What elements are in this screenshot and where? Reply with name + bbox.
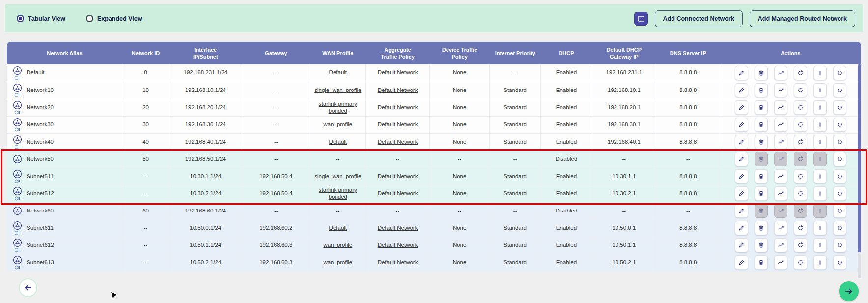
power-action-button[interactable] [833, 100, 846, 115]
cell-wan-profile[interactable]: Default [310, 219, 365, 237]
wan-profile-link[interactable]: Default [329, 69, 347, 75]
expanded-view-radio[interactable]: Expanded View [86, 15, 142, 22]
aggregate-policy-link[interactable]: Default Network [378, 87, 418, 93]
cell-aggregate-traffic-policy[interactable]: Default Network [365, 185, 429, 202]
aggregate-policy-link[interactable]: Default Network [378, 190, 418, 196]
radio-selected-icon[interactable] [17, 15, 24, 22]
stats-action-button[interactable] [774, 169, 787, 183]
aggregate-policy-link[interactable]: Default Network [378, 104, 418, 110]
delete-action-button[interactable] [755, 66, 768, 80]
delete-action-button[interactable] [755, 255, 768, 270]
cell-aggregate-traffic-policy[interactable]: Default Network [365, 82, 429, 99]
wan-profile-link[interactable]: starlink primary bonded [319, 101, 357, 114]
aggregate-policy-link[interactable]: Default Network [378, 242, 418, 248]
next-page-button[interactable] [839, 281, 859, 301]
power-action-button[interactable] [833, 186, 846, 201]
wan-profile-link[interactable]: single_wan_profile [314, 173, 361, 179]
cell-aggregate-traffic-policy[interactable]: Default Network [365, 64, 429, 82]
pause-action-button[interactable] [813, 83, 827, 97]
pause-action-button[interactable] [813, 100, 827, 115]
aggregate-policy-link[interactable]: Default Network [378, 173, 418, 179]
cell-wan-profile[interactable]: wan_profile [310, 237, 365, 254]
reset-action-button[interactable] [794, 169, 807, 183]
reset-action-button[interactable] [794, 238, 807, 252]
power-action-button[interactable] [833, 204, 846, 218]
table-scrollbar[interactable] [858, 64, 861, 278]
edit-action-button[interactable] [735, 255, 748, 270]
cell-aggregate-traffic-policy[interactable]: Default Network [365, 133, 429, 151]
stats-action-button[interactable] [774, 135, 787, 149]
cell-aggregate-traffic-policy[interactable]: Default Network [365, 116, 429, 133]
scrollbar-thumb[interactable] [858, 64, 861, 252]
previous-page-button[interactable] [19, 278, 37, 297]
stats-action-button[interactable] [774, 238, 787, 252]
edit-action-button[interactable] [735, 66, 748, 80]
power-action-button[interactable] [833, 152, 846, 166]
cell-aggregate-traffic-policy[interactable]: Default Network [365, 237, 429, 254]
delete-action-button[interactable] [755, 238, 768, 252]
wan-profile-link[interactable]: Default [329, 139, 347, 145]
tabular-view-radio[interactable]: Tabular View [17, 15, 65, 22]
power-action-button[interactable] [833, 135, 846, 149]
cell-wan-profile[interactable]: wan_profile [310, 116, 365, 133]
edit-action-button[interactable] [735, 118, 748, 132]
delete-action-button[interactable] [755, 83, 768, 97]
edit-action-button[interactable] [735, 204, 748, 218]
edit-action-button[interactable] [735, 169, 748, 183]
power-action-button[interactable] [833, 118, 846, 132]
reset-action-button[interactable] [794, 135, 807, 149]
stats-action-button[interactable] [774, 100, 787, 115]
pause-action-button[interactable] [813, 169, 827, 183]
edit-action-button[interactable] [735, 238, 748, 252]
cell-wan-profile[interactable]: starlink primary bonded [310, 99, 365, 116]
stats-action-button[interactable] [774, 66, 787, 80]
reset-action-button[interactable] [794, 255, 807, 270]
pause-action-button[interactable] [813, 66, 827, 80]
wan-profile-link[interactable]: wan_profile [323, 121, 352, 127]
cell-aggregate-traffic-policy[interactable]: Default Network [365, 254, 429, 271]
wan-profile-link[interactable]: starlink primary bonded [319, 187, 357, 200]
aggregate-policy-link[interactable]: Default Network [378, 139, 418, 145]
reset-action-button[interactable] [794, 100, 807, 115]
add-connected-network-button[interactable]: Add Connected Network [655, 10, 743, 27]
cell-wan-profile[interactable]: single_wan_profile [310, 82, 365, 99]
power-action-button[interactable] [833, 255, 846, 270]
power-action-button[interactable] [833, 66, 846, 80]
edit-action-button[interactable] [735, 221, 748, 235]
wan-profile-link[interactable]: single_wan_profile [314, 87, 361, 93]
delete-action-button[interactable] [755, 169, 768, 183]
reset-action-button[interactable] [794, 83, 807, 97]
delete-action-button[interactable] [755, 118, 768, 132]
edit-action-button[interactable] [735, 100, 748, 115]
radio-unselected-icon[interactable] [86, 15, 93, 22]
reset-action-button[interactable] [794, 66, 807, 80]
power-action-button[interactable] [833, 169, 846, 183]
edit-action-button[interactable] [735, 152, 748, 166]
cell-aggregate-traffic-policy[interactable]: Default Network [365, 219, 429, 237]
cell-wan-profile[interactable]: Default [310, 133, 365, 151]
wan-profile-link[interactable]: wan_profile [323, 242, 352, 248]
aggregate-policy-link[interactable]: Default Network [378, 225, 418, 231]
cell-aggregate-traffic-policy[interactable]: Default Network [365, 99, 429, 116]
pause-action-button[interactable] [813, 255, 827, 270]
stats-action-button[interactable] [774, 255, 787, 270]
delete-action-button[interactable] [755, 221, 768, 235]
edit-action-button[interactable] [735, 186, 748, 201]
power-action-button[interactable] [833, 238, 846, 252]
reset-action-button[interactable] [794, 118, 807, 132]
aggregate-policy-link[interactable]: Default Network [378, 69, 418, 75]
reset-action-button[interactable] [794, 186, 807, 201]
stats-action-button[interactable] [774, 221, 787, 235]
edit-action-button[interactable] [735, 135, 748, 149]
wan-profile-link[interactable]: wan_profile [323, 259, 352, 265]
pause-action-button[interactable] [813, 135, 827, 149]
aggregate-policy-link[interactable]: Default Network [378, 121, 418, 127]
cell-wan-profile[interactable]: starlink primary bonded [310, 185, 365, 202]
pause-action-button[interactable] [813, 221, 827, 235]
power-action-button[interactable] [833, 83, 846, 97]
reset-action-button[interactable] [794, 221, 807, 235]
delete-action-button[interactable] [755, 186, 768, 201]
pause-action-button[interactable] [813, 238, 827, 252]
cell-wan-profile[interactable]: wan_profile [310, 254, 365, 271]
pause-action-button[interactable] [813, 186, 827, 201]
